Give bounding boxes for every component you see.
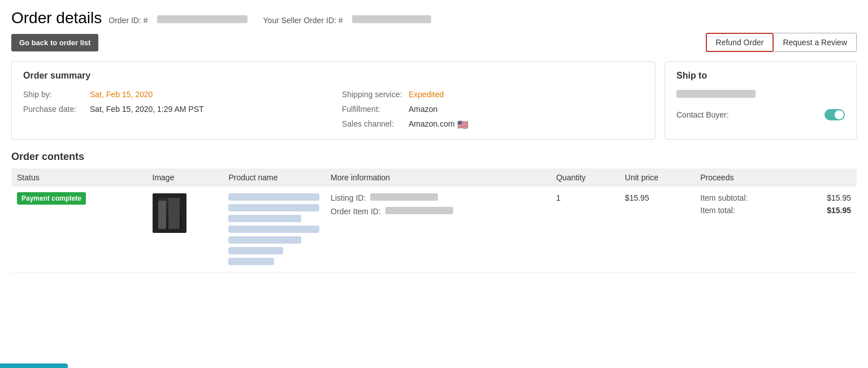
product-image — [153, 193, 186, 233]
product-name-line-6 — [228, 247, 283, 254]
product-name-line-3 — [228, 215, 301, 222]
product-name-line-4 — [228, 226, 319, 233]
col-unit-price: Unit price — [619, 168, 695, 187]
payment-complete-badge: Payment complete — [17, 192, 86, 205]
action-buttons-group: Refund Order Request a Review — [706, 33, 857, 52]
table-row: Payment complete — [11, 187, 857, 272]
purchase-date-value: Sat, Feb 15, 2020, 1:29 AM PST — [90, 105, 204, 114]
product-name-line-2 — [228, 204, 319, 211]
seller-order-id-value — [352, 15, 431, 23]
product-name-cell — [223, 187, 325, 272]
summary-grid: Ship by: Sat, Feb 15, 2020 Purchase date… — [23, 90, 644, 130]
product-name-line-5 — [228, 236, 301, 244]
shipping-service-row: Shipping service: Expedited — [342, 90, 644, 99]
order-id-label: Order ID: # — [108, 16, 147, 25]
purchase-date-label: Purchase date: — [23, 105, 85, 114]
shipping-service-label: Shipping service: — [342, 90, 404, 99]
summary-right-col: Shipping service: Expedited Fulfillment:… — [342, 90, 644, 130]
ship-by-label: Ship by: — [23, 90, 85, 99]
item-total-row: Item total: $15.95 — [700, 206, 851, 215]
request-review-button[interactable]: Request a Review — [774, 33, 857, 52]
col-status: Status — [11, 168, 147, 187]
order-summary-title: Order summary — [23, 71, 644, 81]
product-bottle-2 — [168, 198, 180, 229]
more-info-block: Listing ID: Order Item ID: — [331, 193, 545, 216]
action-row: Go back to order list Refund Order Reque… — [11, 33, 857, 52]
summary-left-col: Ship by: Sat, Feb 15, 2020 Purchase date… — [23, 90, 325, 130]
shipping-service-value: Expedited — [409, 90, 444, 99]
recipient-name-blurred — [676, 90, 756, 98]
order-summary-card: Order summary Ship by: Sat, Feb 15, 2020… — [11, 61, 656, 140]
contact-buyer-label: Contact Buyer: — [676, 110, 729, 119]
table-header-row: Status Image Product name More informati… — [11, 168, 857, 187]
ship-by-value: Sat, Feb 15, 2020 — [90, 90, 153, 99]
listing-id-label: Listing ID: — [331, 193, 366, 202]
main-content: Order summary Ship by: Sat, Feb 15, 2020… — [11, 61, 857, 140]
order-contents-title: Order contents — [11, 151, 857, 163]
listing-id-row: Listing ID: — [331, 193, 545, 202]
sales-channel-value: Amazon.com 🇺🇸 — [409, 119, 468, 130]
order-item-id-value-blurred — [385, 207, 453, 214]
back-to-order-list-button[interactable]: Go back to order list — [11, 34, 98, 51]
item-subtotal-row: Item subtotal: $15.95 — [700, 193, 851, 202]
order-item-id-row: Order Item ID: — [331, 207, 545, 216]
order-contents-table: Status Image Product name More informati… — [11, 168, 857, 272]
col-image: Image — [147, 168, 223, 187]
contact-buyer-toggle[interactable] — [824, 109, 845, 120]
order-id-value — [157, 15, 248, 23]
order-contents-section: Order contents Status Image Product name… — [11, 151, 857, 272]
ship-by-row: Ship by: Sat, Feb 15, 2020 — [23, 90, 325, 99]
product-image-cell — [147, 187, 223, 272]
status-cell: Payment complete — [11, 187, 147, 272]
fulfillment-label: Fulfillment: — [342, 105, 404, 114]
product-name-line-1 — [228, 193, 319, 201]
ship-to-title: Ship to — [676, 71, 845, 81]
fulfillment-value: Amazon — [409, 105, 437, 114]
page-title: Order details — [11, 9, 102, 27]
listing-id-value-blurred — [370, 193, 438, 201]
item-total-value: $15.95 — [827, 206, 851, 215]
proceeds-cell: Item subtotal: $15.95 Item total: $15.95 — [695, 187, 857, 272]
col-quantity: Quantity — [550, 168, 619, 187]
item-subtotal-value: $15.95 — [827, 193, 851, 202]
col-more-info: More information — [325, 168, 550, 187]
col-proceeds: Proceeds — [695, 168, 857, 187]
us-flag-icon: 🇺🇸 — [457, 119, 468, 130]
item-subtotal-label: Item subtotal: — [700, 193, 748, 202]
sales-channel-label: Sales channel: — [342, 119, 404, 128]
page-header: Order details Order ID: # Your Seller Or… — [11, 9, 857, 27]
order-item-id-label: Order Item ID: — [331, 207, 381, 216]
refund-order-button[interactable]: Refund Order — [706, 33, 774, 52]
purchase-date-row: Purchase date: Sat, Feb 15, 2020, 1:29 A… — [23, 105, 325, 114]
product-name-blurred-block — [228, 193, 319, 265]
product-bottle-1 — [158, 201, 166, 229]
product-name-line-7 — [228, 258, 274, 265]
seller-order-id-label: Your Seller Order ID: # — [263, 16, 343, 25]
col-product-name: Product name — [223, 168, 325, 187]
product-image-inner — [158, 198, 181, 229]
unit-price-cell: $15.95 — [619, 187, 695, 272]
contact-buyer-row: Contact Buyer: — [676, 109, 845, 120]
item-total-label: Item total: — [700, 206, 735, 215]
ship-to-card: Ship to Contact Buyer: — [665, 61, 857, 140]
sales-channel-row: Sales channel: Amazon.com 🇺🇸 — [342, 119, 644, 130]
more-info-cell: Listing ID: Order Item ID: — [325, 187, 550, 272]
fulfillment-row: Fulfillment: Amazon — [342, 105, 644, 114]
proceeds-block: Item subtotal: $15.95 Item total: $15.95 — [700, 193, 851, 215]
quantity-cell: 1 — [550, 187, 619, 272]
